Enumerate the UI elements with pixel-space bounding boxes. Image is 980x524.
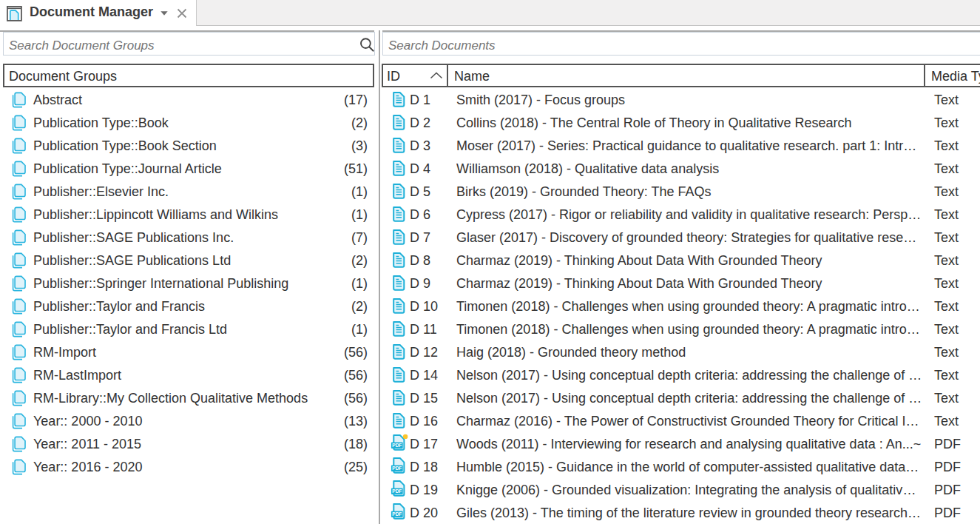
svg-text:PDF: PDF (392, 443, 402, 448)
svg-text:PDF: PDF (392, 466, 402, 471)
svg-text:PDF: PDF (392, 511, 402, 517)
svg-text:PDF: PDF (392, 488, 402, 494)
